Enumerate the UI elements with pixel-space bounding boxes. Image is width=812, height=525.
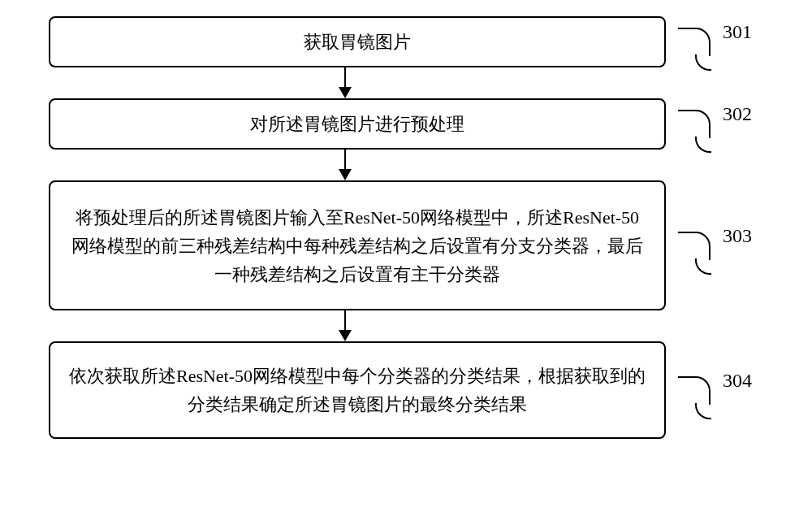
arrow-head-icon: [339, 169, 352, 180]
arrow-line-icon: [344, 310, 346, 330]
step-4-row: 依次获取所述ResNet-50网络模型中每个分类器的分类结果，根据获取到的分类结…: [32, 341, 780, 439]
step-1-text: 获取胃镜图片: [304, 28, 411, 56]
arrow-3: [339, 310, 352, 341]
callout-curve-icon: [678, 28, 710, 56]
step-3-text: 将预处理后的所述胃镜图片输入至ResNet-50网络模型中，所述ResNet-5…: [67, 203, 648, 289]
step-4-box: 依次获取所述ResNet-50网络模型中每个分类器的分类结果，根据获取到的分类结…: [49, 341, 666, 439]
step-4-callout: 304: [678, 376, 710, 405]
flowchart: 获取胃镜图片 301 对所述胃镜图片进行预处理 302 将预处理后的所述胃镜图片…: [32, 16, 780, 439]
callout-curve-icon: [678, 232, 710, 260]
step-3-row: 将预处理后的所述胃镜图片输入至ResNet-50网络模型中，所述ResNet-5…: [32, 180, 780, 310]
step-2-label: 302: [723, 103, 752, 125]
arrow-line-icon: [344, 150, 346, 169]
callout-curve-icon: [678, 110, 710, 138]
callout-curve-icon: [678, 376, 710, 405]
arrow-line-icon: [344, 67, 346, 87]
step-2-callout: 302: [678, 110, 710, 138]
arrow-head-icon: [339, 87, 352, 98]
step-3-box: 将预处理后的所述胃镜图片输入至ResNet-50网络模型中，所述ResNet-5…: [49, 180, 666, 310]
step-2-box: 对所述胃镜图片进行预处理: [49, 98, 666, 150]
step-2-row: 对所述胃镜图片进行预处理 302: [32, 98, 780, 150]
step-2-text: 对所述胃镜图片进行预处理: [250, 110, 464, 138]
arrow-2: [339, 150, 352, 180]
step-3-callout: 303: [678, 232, 710, 260]
arrow-head-icon: [339, 330, 352, 341]
step-4-label: 304: [723, 370, 752, 392]
step-1-row: 获取胃镜图片 301: [32, 16, 780, 67]
step-1-label: 301: [723, 21, 752, 43]
step-3-label: 303: [723, 225, 752, 247]
arrow-1: [339, 67, 352, 98]
step-4-text: 依次获取所述ResNet-50网络模型中每个分类器的分类结果，根据获取到的分类结…: [67, 362, 648, 419]
step-1-box: 获取胃镜图片: [49, 16, 666, 67]
step-1-callout: 301: [678, 28, 710, 56]
